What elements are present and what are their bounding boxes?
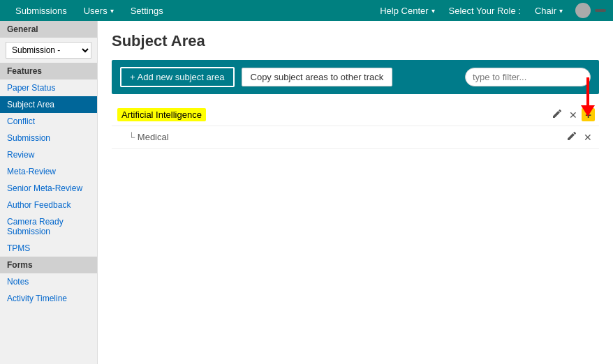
nav-help-center[interactable]: Help Center ▾ bbox=[371, 0, 443, 21]
sidebar-item-paper-status[interactable]: Paper Status bbox=[0, 79, 97, 96]
subject-label-ai: Artificial Intelligence bbox=[117, 108, 206, 121]
role-dropdown-arrow: ▾ bbox=[559, 7, 563, 15]
row-actions-medical: ✕ bbox=[564, 130, 599, 144]
edit-medical-button[interactable] bbox=[564, 130, 579, 144]
sidebar-item-notes[interactable]: Notes bbox=[0, 273, 97, 290]
sidebar-item-review[interactable]: Review bbox=[0, 146, 97, 163]
filter-input[interactable] bbox=[465, 68, 591, 86]
main-content: Subject Area + Add new subject area Copy… bbox=[98, 21, 613, 364]
sidebar-item-conflict[interactable]: Conflict bbox=[0, 113, 97, 130]
submission-dropdown[interactable]: Submission - bbox=[6, 42, 91, 59]
help-dropdown-arrow: ▾ bbox=[431, 7, 435, 15]
sidebar: General Submission - Features Paper Stat… bbox=[0, 21, 98, 364]
users-dropdown-arrow: ▾ bbox=[110, 7, 114, 15]
copy-subjects-button[interactable]: Copy subject areas to other track bbox=[242, 68, 393, 86]
subject-name-medical: Medical bbox=[112, 129, 564, 145]
nav-role-chair[interactable]: Chair ▾ bbox=[526, 0, 571, 21]
sidebar-item-meta-review[interactable]: Meta-Review bbox=[0, 163, 97, 180]
top-navigation: Submissions Users ▾ Settings Help Center… bbox=[0, 0, 613, 21]
sidebar-item-activity-timeline[interactable]: Activity Timeline bbox=[0, 290, 97, 307]
app-layout: General Submission - Features Paper Stat… bbox=[0, 21, 613, 364]
sidebar-general-header: General bbox=[0, 21, 97, 38]
subject-table: Artificial Intelligence ✕ + bbox=[112, 104, 599, 149]
sidebar-forms-header: Forms bbox=[0, 257, 97, 273]
select-role-label: Select Your Role : bbox=[443, 6, 526, 16]
sidebar-item-senior-meta-review[interactable]: Senior Meta-Review bbox=[0, 180, 97, 197]
action-bar: + Add new subject area Copy subject area… bbox=[112, 60, 599, 94]
user-avatar bbox=[575, 3, 591, 18]
edit-ai-button[interactable] bbox=[549, 107, 565, 122]
add-child-ai-button[interactable]: + bbox=[582, 108, 595, 121]
page-title: Subject Area bbox=[112, 32, 599, 50]
sidebar-item-author-feedback[interactable]: Author Feedback bbox=[0, 197, 97, 213]
nav-settings[interactable]: Settings bbox=[122, 0, 172, 21]
nav-users[interactable]: Users ▾ bbox=[75, 0, 122, 21]
sidebar-features-header: Features bbox=[0, 63, 97, 79]
add-subject-button[interactable]: + Add new subject area bbox=[120, 67, 235, 87]
delete-medical-button[interactable]: ✕ bbox=[581, 130, 595, 144]
nav-action-button[interactable] bbox=[595, 9, 606, 12]
row-actions-ai: ✕ + bbox=[549, 107, 599, 122]
sidebar-item-camera-ready[interactable]: Camera Ready Submission bbox=[0, 213, 97, 240]
sidebar-item-subject-area[interactable]: Subject Area bbox=[0, 96, 97, 113]
delete-ai-button[interactable]: ✕ bbox=[566, 108, 580, 122]
table-row: Artificial Intelligence ✕ + bbox=[112, 104, 599, 126]
subject-name-ai: Artificial Intelligence bbox=[112, 107, 549, 123]
sidebar-item-tpms[interactable]: TPMS bbox=[0, 240, 97, 257]
table-row: Medical ✕ bbox=[112, 126, 599, 149]
sidebar-item-submission[interactable]: Submission bbox=[0, 130, 97, 146]
nav-submissions[interactable]: Submissions bbox=[7, 0, 75, 21]
